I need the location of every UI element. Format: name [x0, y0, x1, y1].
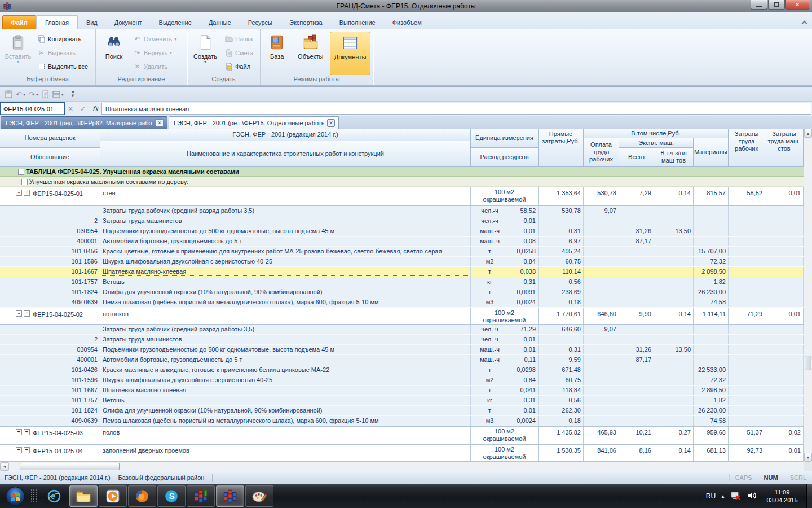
grid-cell[interactable]: 0,08: [509, 237, 539, 246]
resource-row[interactable]: 409-0639Пемза шлаковая (щебень пористый …: [0, 297, 804, 308]
taskbar-firefox[interactable]: [128, 485, 156, 507]
col-header-labor-machinists[interactable]: Затраты труда маш-стов: [765, 129, 804, 167]
grid-cell[interactable]: т: [471, 247, 509, 256]
grid-cell[interactable]: 100 м2 окрашиваемой поверхности: [471, 308, 539, 324]
vertical-scrollbar[interactable]: ▲ ▼: [804, 129, 812, 462]
tab-vid[interactable]: Вид: [78, 15, 106, 29]
grid-cell[interactable]: 0,84: [509, 257, 539, 266]
grid-cell[interactable]: [765, 375, 804, 385]
collapse-icon[interactable]: -: [18, 169, 24, 175]
col-header-labor-workers[interactable]: Затраты труда рабочих: [729, 129, 765, 167]
tray-expand-icon[interactable]: ▲: [721, 494, 725, 499]
col-header-total[interactable]: Всего: [619, 148, 654, 167]
grid-cell[interactable]: 0,18: [539, 416, 584, 426]
grid-cell[interactable]: [765, 396, 804, 405]
grid-cell[interactable]: 60,75: [539, 375, 584, 385]
grid-cell[interactable]: Ветошь: [100, 396, 471, 405]
grid-cell[interactable]: [619, 206, 654, 216]
taskbar-internet-explorer[interactable]: e: [40, 485, 68, 507]
grid-cell[interactable]: [619, 375, 654, 385]
confirm-entry-icon[interactable]: ✓: [77, 105, 89, 113]
grid-cell[interactable]: [654, 206, 694, 216]
grid-cell[interactable]: [584, 297, 619, 307]
estimate-button[interactable]: Смета: [222, 47, 257, 59]
volume-icon[interactable]: [747, 490, 758, 502]
redo-button[interactable]: ↷ Вернуть ▾: [131, 47, 180, 59]
grid-cell[interactable]: 0,84: [509, 375, 539, 385]
grid-cell[interactable]: [729, 287, 765, 297]
col-header-consumption[interactable]: Расход ресурсов: [471, 148, 539, 167]
grid-cell[interactable]: 030954: [0, 226, 100, 236]
col-header-direct[interactable]: Прямые затраты,Руб.: [539, 129, 584, 167]
grid-cell[interactable]: 1,82: [694, 396, 729, 405]
grid-cell[interactable]: [619, 335, 654, 344]
rate-row[interactable]: ++ФЕР15-04-025-04заполнений дверных прое…: [0, 444, 804, 462]
resource-row[interactable]: 101-1757Ветошькг0,310,561,82: [0, 277, 804, 287]
restore-button[interactable]: [768, 0, 785, 10]
grid-cell[interactable]: полов: [100, 427, 471, 444]
grid-cell[interactable]: [654, 355, 694, 365]
grid-cell[interactable]: 0,0258: [509, 247, 539, 256]
scroll-down-icon[interactable]: ▼: [804, 453, 812, 462]
grid-cell[interactable]: 9,59: [539, 355, 584, 365]
grid-cell[interactable]: [584, 396, 619, 405]
grid-cell[interactable]: 58,52: [509, 206, 539, 216]
grid-cell[interactable]: [765, 257, 804, 266]
resource-row[interactable]: 400001Автомобили бортовые, грузоподъемно…: [0, 237, 804, 247]
grid-cell[interactable]: [584, 247, 619, 256]
grid-cell[interactable]: Шпатлевка масляно-клеевая: [100, 386, 471, 395]
grid-cell[interactable]: [765, 206, 804, 216]
grid-cell[interactable]: Автомобили бортовые, грузоподъемность до…: [100, 237, 471, 246]
grid-cell[interactable]: Шпатлевка масляно-клеевая: [100, 267, 471, 277]
grid-cell[interactable]: [729, 277, 765, 287]
grid-cell[interactable]: Подъемники грузоподъемностью до 500 кг о…: [100, 345, 471, 354]
grid-cell[interactable]: [619, 247, 654, 256]
grid-cell[interactable]: [619, 386, 654, 395]
grid-cell[interactable]: [694, 216, 729, 226]
grid-cell[interactable]: 60,75: [539, 257, 584, 266]
grid-cell[interactable]: 101-1757: [0, 277, 100, 287]
grid-cell[interactable]: [729, 226, 765, 236]
grid-cell[interactable]: 13,50: [654, 345, 694, 354]
grid-cell[interactable]: [619, 416, 654, 426]
grid-cell[interactable]: [654, 396, 694, 405]
grid-cell[interactable]: [765, 247, 804, 256]
resource-row[interactable]: Затраты труда рабочих (средний разряд ра…: [0, 206, 804, 216]
grid-cell[interactable]: [765, 297, 804, 307]
horizontal-scroll-thumb[interactable]: [20, 463, 120, 470]
grid-cell[interactable]: [619, 216, 654, 226]
grid-cell[interactable]: 0,14: [654, 187, 694, 205]
grid-cell[interactable]: 7,29: [619, 187, 654, 205]
grid-cell[interactable]: 262,30: [539, 406, 584, 415]
start-button[interactable]: [0, 484, 30, 508]
taskbar-grandsmeta-2[interactable]: [216, 485, 244, 507]
minimize-button[interactable]: [751, 0, 767, 10]
grid-cell[interactable]: -Улучшенная окраска масляными составами …: [0, 177, 804, 186]
grid-cell[interactable]: 87,17: [619, 237, 654, 246]
grid-cell[interactable]: Подъемники грузоподъемностью до 500 кг о…: [100, 226, 471, 236]
grid-cell[interactable]: 0,0298: [509, 365, 539, 375]
grid-cell[interactable]: 0,038: [509, 267, 539, 277]
taskbar-skype[interactable]: S: [157, 485, 186, 507]
grid-cell[interactable]: 118,84: [539, 386, 584, 395]
grid-cell[interactable]: Затраты труда машинистов: [100, 335, 471, 344]
grid-cell[interactable]: 0,041: [509, 386, 539, 395]
grid-cell[interactable]: Пемза шлаковая (щебень пористый из метал…: [100, 416, 471, 426]
grid-cell[interactable]: 1 353,64: [539, 187, 584, 205]
grid-cell[interactable]: [654, 267, 694, 277]
grid-cell[interactable]: [729, 396, 765, 405]
grid-cell[interactable]: [539, 216, 584, 226]
network-icon[interactable]: [730, 490, 742, 502]
objects-mode-button[interactable]: Объекты: [294, 32, 328, 75]
grid-cell[interactable]: [584, 267, 619, 277]
col-header-basis[interactable]: Обоснование: [0, 148, 100, 167]
grid-cell[interactable]: [584, 345, 619, 354]
grid-cell[interactable]: 26 230,00: [694, 406, 729, 415]
grid-cell[interactable]: 2 898,50: [694, 267, 729, 277]
resource-row[interactable]: 030954Подъемники грузоподъемностью до 50…: [0, 226, 804, 237]
grid-cell[interactable]: м2: [471, 257, 509, 266]
create-button[interactable]: Создать ▾: [189, 32, 221, 75]
grid-cell[interactable]: 0,0024: [509, 297, 539, 307]
grid-cell[interactable]: Затраты труда рабочих (средний разряд ра…: [100, 206, 471, 216]
grid-cell[interactable]: [729, 416, 765, 426]
